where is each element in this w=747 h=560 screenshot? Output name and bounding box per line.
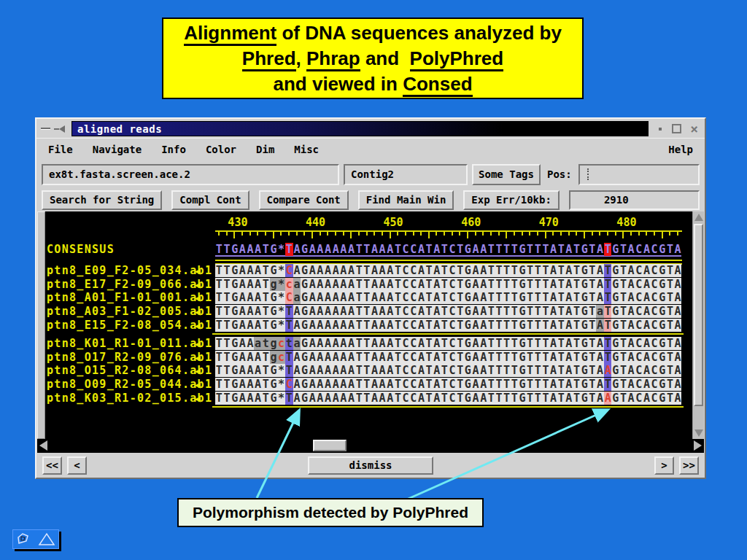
base-cell[interactable]: A [379,243,387,256]
base-cell[interactable]: A [332,337,340,350]
base-cell[interactable]: T [355,351,363,364]
base-cell[interactable]: A [371,319,379,332]
base-cell[interactable]: A [309,278,317,291]
base-cell[interactable]: C [402,243,410,256]
base-cell[interactable]: T [394,337,402,350]
base-cell[interactable]: A [254,364,262,377]
base-cell[interactable]: A [433,264,441,277]
base-cell[interactable]: G [519,319,527,332]
base-cell[interactable]: G [519,243,527,256]
base-cell[interactable]: T [285,243,293,256]
base-cell[interactable]: A [317,305,325,318]
base-cell[interactable]: A [254,264,262,277]
base-cell[interactable]: T [363,337,371,350]
base-cell[interactable]: C [409,264,417,277]
base-cell[interactable]: C [635,392,643,405]
base-cell[interactable]: A [596,319,604,332]
base-cell[interactable]: g [270,337,278,350]
base-cell[interactable]: A [332,392,340,405]
base-cell[interactable]: C [402,319,410,332]
base-cell[interactable]: T [495,392,503,405]
base-cell[interactable]: A [643,278,651,291]
ace-file-field[interactable]: ex8t.fasta.screen.ace.2 [42,164,339,185]
base-cell[interactable]: T [589,291,597,304]
base-cell[interactable]: T [425,319,433,332]
base-cell[interactable]: C [402,264,410,277]
base-cell[interactable]: A [386,243,394,256]
base-cell[interactable]: T [619,305,627,318]
some-tags-button[interactable]: Some Tags [472,164,541,185]
base-cell[interactable]: a [254,337,262,350]
base-cell[interactable]: T [534,351,542,364]
base-cell[interactable]: T [666,243,674,256]
base-cell[interactable]: T [495,264,503,277]
base-cell[interactable]: A [674,264,682,277]
base-cell[interactable]: G [611,319,619,332]
base-cell[interactable]: T [223,264,231,277]
base-cell[interactable]: A [332,351,340,364]
read-name[interactable]: ptn8_O15_R2-08_064.ab1 [47,364,212,378]
base-cell[interactable]: A [433,291,441,304]
base-cell[interactable]: T [503,305,511,318]
base-cell[interactable]: T [526,319,534,332]
base-cell[interactable]: A [479,264,487,277]
base-cell[interactable]: C [285,378,293,391]
base-cell[interactable]: T [589,364,597,377]
base-cell[interactable]: A [627,264,635,277]
base-cell[interactable]: T [487,392,495,405]
base-cell[interactable]: A [417,337,425,350]
base-cell[interactable]: A [332,364,340,377]
base-cell[interactable]: A [247,243,255,256]
base-cell[interactable]: A [332,278,340,291]
base-cell[interactable]: A [417,319,425,332]
base-cell[interactable]: c [277,337,285,350]
base-cell[interactable]: T [557,337,565,350]
base-cell[interactable]: T [619,364,627,377]
base-cell[interactable]: T [495,243,503,256]
base-cell[interactable]: T [363,351,371,364]
base-cell[interactable]: T [487,337,495,350]
base-cell[interactable]: T [223,319,231,332]
base-cell[interactable]: A [254,378,262,391]
base-cell[interactable]: T [619,378,627,391]
base-cell[interactable]: T [666,351,674,364]
base-cell[interactable]: T [573,291,581,304]
base-cell[interactable]: G [519,291,527,304]
base-cell[interactable]: A [239,305,247,318]
base-cell[interactable]: A [239,319,247,332]
base-cell[interactable]: T [511,278,519,291]
base-cell[interactable]: A [247,278,255,291]
compare-cont-button[interactable]: Compare Cont [259,190,349,210]
base-cell[interactable]: T [495,351,503,364]
base-cell[interactable]: * [277,291,285,304]
base-cell[interactable]: A [324,319,332,332]
base-cell[interactable]: A [340,305,348,318]
base-cell[interactable]: T [589,264,597,277]
base-cell[interactable]: A [472,378,480,391]
base-cell[interactable]: T [526,243,534,256]
base-cell[interactable]: G [464,243,472,256]
menu-item-dim[interactable]: Dim [256,144,274,155]
base-cell[interactable]: T [223,378,231,391]
base-cell[interactable]: T [441,264,449,277]
base-cell[interactable]: T [394,392,402,405]
base-cell[interactable]: A [309,243,317,256]
base-cell[interactable]: T [666,337,674,350]
base-cell[interactable]: T [285,351,293,364]
base-cell[interactable]: T [604,337,612,350]
base-cell[interactable]: T [215,291,223,304]
base-cell[interactable]: G [658,291,666,304]
base-cell[interactable]: A [643,291,651,304]
base-cell[interactable]: C [635,337,643,350]
base-cell[interactable]: A [596,364,604,377]
base-cell[interactable]: T [526,278,534,291]
menu-item-file[interactable]: File [48,144,73,155]
base-cell[interactable]: G [231,305,239,318]
base-cell[interactable]: T [573,305,581,318]
base-cell[interactable]: A [565,364,573,377]
base-cell[interactable]: A [239,378,247,391]
horizontal-scroll-thumb[interactable] [313,440,347,451]
read-name[interactable]: ptn8_E09_F2-05_034.ab1 [47,264,212,278]
base-cell[interactable]: C [409,364,417,377]
menu-help[interactable]: Help [668,144,693,155]
